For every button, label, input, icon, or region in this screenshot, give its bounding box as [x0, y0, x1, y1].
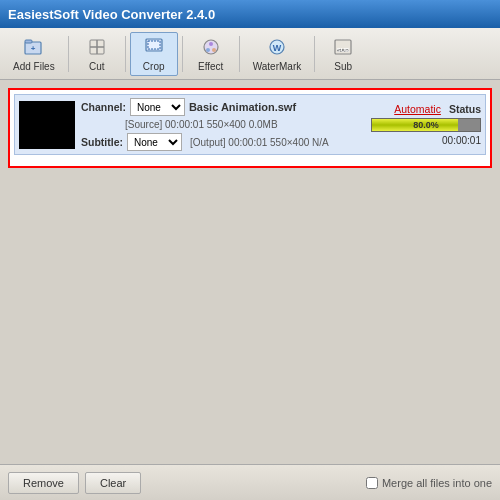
app-title: EasiestSoft Video Converter 2.4.0: [8, 7, 215, 22]
cut-icon: [85, 36, 109, 59]
main-content: Channel: None Basic Animation.swf [Sourc…: [0, 80, 500, 464]
toolbar-item-watermark[interactable]: W WaterMark: [244, 32, 311, 76]
effect-icon: [199, 36, 223, 59]
status-label: Status: [449, 103, 481, 115]
divider-4: [239, 36, 240, 72]
toolbar-item-sub[interactable]: SUB Sub: [319, 32, 367, 76]
svg-point-9: [209, 42, 213, 46]
watermark-icon: W: [265, 36, 289, 59]
automatic-link[interactable]: Automatic: [394, 103, 441, 115]
source-info: [Source] 00:00:01 550×400 0.0MB: [125, 119, 278, 130]
subtitle-select[interactable]: None: [127, 133, 182, 151]
toolbar-label-crop: Crop: [143, 61, 165, 72]
svg-point-10: [206, 48, 210, 52]
svg-text:W: W: [273, 43, 282, 53]
svg-text:+: +: [31, 44, 36, 53]
output-info: [Output] 00:00:01 550×400 N/A: [190, 137, 329, 148]
sub-icon: SUB: [331, 36, 355, 59]
clear-button[interactable]: Clear: [85, 472, 141, 494]
divider-2: [125, 36, 126, 72]
toolbar: + Add Files Cut Crop: [0, 28, 500, 80]
progress-bar-container: 80.0%: [371, 118, 481, 132]
progress-text: 80.0%: [372, 120, 480, 130]
add-files-icon: +: [22, 36, 46, 59]
toolbar-label-effect: Effect: [198, 61, 223, 72]
status-header: Automatic Status: [394, 103, 481, 115]
svg-rect-7: [148, 41, 160, 49]
merge-checkbox[interactable]: [366, 477, 378, 489]
svg-point-11: [212, 48, 216, 52]
channel-label: Channel:: [81, 101, 126, 113]
toolbar-item-crop[interactable]: Crop: [130, 32, 178, 76]
title-bar: EasiestSoft Video Converter 2.4.0: [0, 0, 500, 28]
channel-select[interactable]: None: [130, 98, 185, 116]
subtitle-label: Subtitle:: [81, 136, 123, 148]
toolbar-label-watermark: WaterMark: [253, 61, 302, 72]
bottom-bar: Remove Clear Merge all files into one: [0, 464, 500, 500]
crop-icon: [142, 36, 166, 59]
toolbar-item-effect[interactable]: Effect: [187, 32, 235, 76]
merge-area: Merge all files into one: [366, 477, 492, 489]
toolbar-item-cut[interactable]: Cut: [73, 32, 121, 76]
remove-button[interactable]: Remove: [8, 472, 79, 494]
output-time: 00:00:01: [442, 135, 481, 146]
filename: Basic Animation.swf: [189, 101, 296, 113]
toolbar-label-sub: Sub: [334, 61, 352, 72]
channel-row: Channel: None Basic Animation.swf: [81, 98, 355, 116]
file-meta: Channel: None Basic Animation.swf [Sourc…: [81, 98, 355, 151]
status-area: Automatic Status 80.0% 00:00:01: [361, 103, 481, 146]
subtitle-row: Subtitle: None [Output] 00:00:01 550×400…: [81, 133, 355, 151]
divider-5: [314, 36, 315, 72]
divider-3: [182, 36, 183, 72]
file-list-area: Channel: None Basic Animation.swf [Sourc…: [8, 88, 492, 168]
file-thumbnail: [19, 101, 75, 149]
source-row: [Source] 00:00:01 550×400 0.0MB: [81, 119, 355, 130]
svg-rect-1: [25, 40, 32, 43]
toolbar-item-add-files[interactable]: + Add Files: [4, 32, 64, 76]
divider-1: [68, 36, 69, 72]
merge-label: Merge all files into one: [382, 477, 492, 489]
svg-text:SUB: SUB: [337, 47, 350, 53]
table-row: Channel: None Basic Animation.swf [Sourc…: [14, 94, 486, 155]
toolbar-label-add-files: Add Files: [13, 61, 55, 72]
toolbar-label-cut: Cut: [89, 61, 105, 72]
